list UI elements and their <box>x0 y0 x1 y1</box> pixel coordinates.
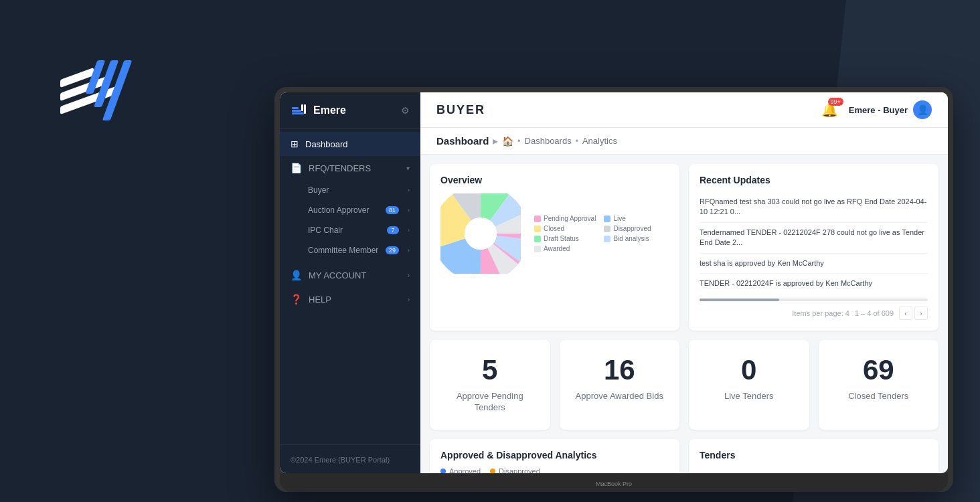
pagination-next-button[interactable]: › <box>914 307 928 320</box>
breadcrumb-sep2: • <box>517 137 520 146</box>
sidebar-item-ipc-chair[interactable]: IPC Chair 7 › <box>280 220 420 240</box>
sidebar-item-dashboard[interactable]: ⊞ Dashboard <box>280 132 420 156</box>
sidebar-item-committee[interactable]: Committee Member 29 › <box>280 240 420 260</box>
legend-disapproved-analytics: Disapproved <box>490 467 540 473</box>
svg-rect-10 <box>304 104 306 114</box>
main-area: BUYER 🔔 99+ Emere - Buyer 👤 Dashboard ▸ … <box>420 92 948 473</box>
committee-label: Committee Member <box>308 246 379 255</box>
tenders-card: Tenders 81 <box>689 439 938 473</box>
pie-chart <box>440 193 521 274</box>
stat-number-live: 0 <box>700 356 799 384</box>
pagination-bar: Items per page: 4 1 – 4 of 609 ‹ › <box>700 307 928 320</box>
account-label: MY ACCOUNT <box>309 270 401 280</box>
sidebar-item-my-account[interactable]: 👤 MY ACCOUNT › <box>280 263 420 287</box>
ipc-chair-label: IPC Chair <box>308 226 380 235</box>
breadcrumb: Dashboard ▸ 🏠 • Dashboards • Analytics <box>420 128 948 155</box>
topbar: BUYER 🔔 99+ Emere - Buyer 👤 <box>420 92 948 128</box>
items-per-page-label: Items per page: 4 <box>792 309 849 317</box>
help-chevron-icon: › <box>408 296 410 303</box>
svg-rect-6 <box>292 107 299 109</box>
update-item-3: test sha is approved by Ken McCarthy <box>700 254 928 274</box>
sidebar-logo-icon <box>291 102 308 119</box>
sidebar-item-help[interactable]: ❓ HELP › <box>280 287 420 311</box>
legend-draft: Draft Status <box>534 235 596 242</box>
notification-button[interactable]: 🔔 99+ <box>821 102 838 118</box>
stat-card-live[interactable]: 0 Live Tenders <box>689 340 809 430</box>
svg-rect-9 <box>301 104 303 111</box>
breadcrumb-analytics[interactable]: Analytics <box>582 136 617 146</box>
account-chevron-icon: › <box>408 272 410 279</box>
user-name-text: Emere - Buyer <box>849 105 908 115</box>
committee-badge: 29 <box>386 246 399 254</box>
ipc-chair-badge: 7 <box>387 226 399 234</box>
stat-card-closed[interactable]: 69 Closed Tenders <box>819 340 939 430</box>
stat-label-pending: Approve Pending Tenders <box>440 391 540 414</box>
overview-card: Overview <box>430 164 679 331</box>
stat-label-closed: Closed Tenders <box>829 391 928 402</box>
stat-number-pending: 5 <box>440 356 540 384</box>
breadcrumb-dashboards[interactable]: Dashboards <box>525 136 572 146</box>
auction-approver-chevron-icon: › <box>408 207 410 214</box>
buyer-chevron-icon: › <box>408 187 410 193</box>
svg-rect-7 <box>292 110 301 112</box>
pagination-range: 1 – 4 of 609 <box>855 309 894 317</box>
dashboard-icon: ⊞ <box>291 139 299 149</box>
legend-live: Live <box>604 215 665 222</box>
page-title: BUYER <box>436 103 485 117</box>
breadcrumb-sep3: • <box>576 137 578 146</box>
ipc-chevron-icon: › <box>408 227 410 234</box>
stat-label-live: Live Tenders <box>700 391 799 402</box>
stat-card-pending[interactable]: 5 Approve Pending Tenders <box>430 340 550 430</box>
update-item-2: Tendernamed TENDER - 02212024F 278 could… <box>700 223 928 254</box>
sidebar-settings-icon[interactable]: ⚙ <box>401 105 410 116</box>
auction-approver-label: Auction Approver <box>308 205 379 215</box>
account-icon: 👤 <box>291 270 302 280</box>
svg-point-18 <box>465 218 497 250</box>
update-item-4: TENDER - 02212024F is approved by Ken Mc… <box>700 274 928 293</box>
legend-disapproved: Disapproved <box>604 225 665 232</box>
sidebar-item-buyer[interactable]: Buyer › <box>280 180 420 200</box>
tenders-number: 81 <box>700 469 928 473</box>
stat-label-awarded: Approve Awarded Bids <box>570 391 669 402</box>
legend-approved: Approved <box>440 467 481 473</box>
user-avatar: 👤 <box>913 100 932 119</box>
sidebar: Emere ⚙ ⊞ Dashboard 📄 RFQ/TENDERS ▾ <box>280 92 420 473</box>
breadcrumb-sep1: ▸ <box>493 135 498 147</box>
legend-closed: Closed <box>534 225 596 232</box>
committee-chevron-icon: › <box>408 247 410 254</box>
recent-updates-title: Recent Updates <box>700 175 928 185</box>
buyer-label: Buyer <box>308 185 401 195</box>
sidebar-item-auction-approver[interactable]: Auction Approver 81 › <box>280 200 420 220</box>
dashboard-content: Overview <box>420 155 948 473</box>
overview-title: Overview <box>440 175 669 185</box>
help-label: HELP <box>309 295 401 305</box>
stat-number-awarded: 16 <box>570 356 669 384</box>
notification-badge: 99+ <box>828 98 843 106</box>
update-item-1: RFQnamed test sha 303 could not go live … <box>700 192 928 223</box>
stat-number-closed: 69 <box>829 356 928 384</box>
rfq-chevron-icon: ▾ <box>406 165 410 172</box>
brand-logo <box>40 33 187 181</box>
auction-approver-badge: 81 <box>386 206 399 214</box>
svg-rect-8 <box>292 112 304 114</box>
user-info[interactable]: Emere - Buyer 👤 <box>849 100 932 119</box>
analytics-card: Approved & Disapproved Analytics Approve… <box>430 439 679 473</box>
breadcrumb-active-label[interactable]: Dashboard <box>436 135 489 147</box>
sidebar-app-title: Emere <box>313 104 346 116</box>
sidebar-footer-text: ©2024 Emere (BUYER Portal) <box>291 456 390 464</box>
rfq-icon: 📄 <box>291 163 302 173</box>
sidebar-rfq-label: RFQ/TENDERS <box>309 163 400 173</box>
recent-updates-card: Recent Updates RFQnamed test sha 303 cou… <box>689 164 938 331</box>
sidebar-item-label: Dashboard <box>305 139 348 149</box>
legend-bid: Bid analysis <box>604 235 665 242</box>
pagination-prev-button[interactable]: ‹ <box>899 307 912 320</box>
tenders-title: Tenders <box>700 450 928 461</box>
help-icon: ❓ <box>291 294 302 305</box>
sidebar-item-rfq[interactable]: 📄 RFQ/TENDERS ▾ <box>280 156 420 180</box>
legend-pending: Pending Approval <box>534 215 596 222</box>
macbook-label: MacBook Pro <box>596 481 632 487</box>
analytics-title: Approved & Disapproved Analytics <box>440 450 669 461</box>
breadcrumb-home-icon[interactable]: 🏠 <box>502 136 513 147</box>
stat-card-awarded[interactable]: 16 Approve Awarded Bids <box>560 340 680 430</box>
legend-awarded: Awarded <box>534 245 596 252</box>
